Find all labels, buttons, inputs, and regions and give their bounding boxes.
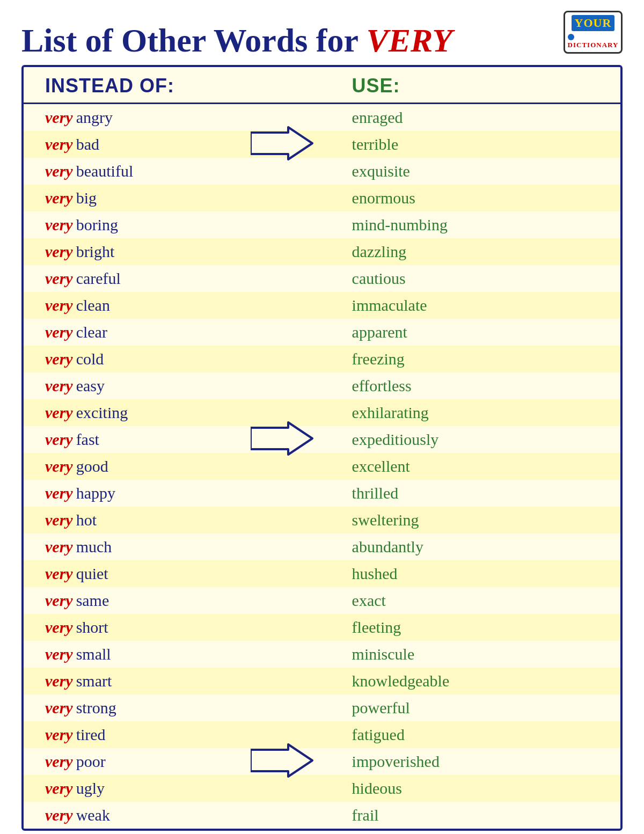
arrow-icon <box>251 420 315 459</box>
page-title: List of Other Words for VERY <box>21 21 452 60</box>
very-label: very <box>45 672 73 690</box>
table-row: very cleanimmaculate <box>24 292 620 319</box>
use-cell: exquisite <box>352 158 620 185</box>
adjective-label: fast <box>76 430 99 449</box>
very-label: very <box>45 135 73 153</box>
very-label: very <box>45 645 73 663</box>
table-row: very hotsweltering <box>24 507 620 533</box>
use-cell: excellent <box>352 453 620 480</box>
very-label: very <box>45 189 73 207</box>
adjective-label: tired <box>76 726 106 744</box>
instead-cell: very clean <box>24 292 352 319</box>
very-label: very <box>45 484 73 502</box>
table-row: very weakfrail <box>24 802 620 829</box>
use-cell: enraged <box>352 104 620 131</box>
instead-cell: very boring <box>24 211 352 238</box>
very-label: very <box>45 323 73 341</box>
instead-cell: very smart <box>24 668 352 694</box>
use-cell: exact <box>352 587 620 614</box>
instead-cell: very quiet <box>24 560 352 587</box>
adjective-label: bright <box>76 243 115 261</box>
use-cell: fleeting <box>352 614 620 641</box>
header-use: USE: <box>352 75 620 97</box>
table-row: very poor impoverished <box>24 748 620 775</box>
table-row: very smallminiscule <box>24 641 620 668</box>
use-cell: sweltering <box>352 507 620 533</box>
arrow-icon <box>251 742 315 781</box>
instead-cell: very hot <box>24 507 352 533</box>
very-label: very <box>45 296 73 314</box>
use-cell: dazzling <box>352 238 620 265</box>
adjective-label: poor <box>76 752 106 771</box>
instead-cell: very happy <box>24 480 352 507</box>
table-row: very quiethushed <box>24 560 620 587</box>
instead-cell: very bright <box>24 238 352 265</box>
use-cell: hushed <box>352 560 620 587</box>
very-label: very <box>45 538 73 556</box>
use-cell: effortless <box>352 372 620 399</box>
table-row: very sameexact <box>24 587 620 614</box>
rows-container: very angryenragedvery bad terriblevery b… <box>24 104 620 829</box>
logo: YOUR DICTIONARY <box>564 11 623 54</box>
svg-marker-1 <box>251 422 312 455</box>
adjective-label: cold <box>76 350 104 368</box>
svg-marker-0 <box>251 127 312 159</box>
instead-cell: very short <box>24 614 352 641</box>
adjective-label: happy <box>76 484 115 502</box>
table-row: very angryenraged <box>24 104 620 131</box>
instead-cell: very cold <box>24 346 352 372</box>
table-row: very happythrilled <box>24 480 620 507</box>
adjective-label: quiet <box>76 565 108 583</box>
very-label: very <box>45 699 73 717</box>
use-cell: fatigued <box>352 721 620 748</box>
use-cell: expeditiously <box>352 426 620 453</box>
instead-cell: very clear <box>24 319 352 346</box>
adjective-label: strong <box>76 699 116 717</box>
adjective-label: boring <box>76 216 118 234</box>
table-row: very bigenormous <box>24 185 620 211</box>
very-label: very <box>45 565 73 583</box>
very-label: very <box>45 430 73 449</box>
table-row: very excitingexhilarating <box>24 399 620 426</box>
use-cell: frail <box>352 802 620 829</box>
instead-cell: very strong <box>24 694 352 721</box>
use-cell: mind-numbing <box>352 211 620 238</box>
table-row: very uglyhideous <box>24 775 620 802</box>
adjective-label: careful <box>76 269 121 288</box>
table-row: very bad terrible <box>24 131 620 158</box>
adjective-label: angry <box>76 108 113 127</box>
adjective-label: good <box>76 457 108 475</box>
very-label: very <box>45 350 73 368</box>
logo-your: YOUR <box>572 15 615 31</box>
header-instead: INSTEAD OF: <box>24 75 352 97</box>
header-area: List of Other Words for VERY YOUR DICTIO… <box>21 11 623 60</box>
title-highlight: VERY <box>366 22 452 58</box>
main-table: INSTEAD OF: USE: very angryenragedvery b… <box>21 65 623 831</box>
very-label: very <box>45 779 73 798</box>
adjective-label: beautiful <box>76 162 134 180</box>
instead-cell: very small <box>24 641 352 668</box>
table-row: very boringmind-numbing <box>24 211 620 238</box>
use-cell: thrilled <box>352 480 620 507</box>
adjective-label: weak <box>76 806 110 824</box>
very-label: very <box>45 618 73 637</box>
use-cell: miniscule <box>352 641 620 668</box>
instead-cell: very easy <box>24 372 352 399</box>
use-cell: terrible <box>352 131 620 158</box>
instead-cell: very same <box>24 587 352 614</box>
use-cell: apparent <box>352 319 620 346</box>
table-row: very shortfleeting <box>24 614 620 641</box>
adjective-label: bad <box>76 135 99 153</box>
table-row: very tiredfatigued <box>24 721 620 748</box>
logo-dot-icon <box>568 34 574 40</box>
table-row: very clearapparent <box>24 319 620 346</box>
use-cell: exhilarating <box>352 399 620 426</box>
adjective-label: hot <box>76 511 97 529</box>
svg-marker-2 <box>251 744 312 777</box>
title-prefix: List of Other Words for <box>21 22 366 58</box>
use-cell: enormous <box>352 185 620 211</box>
table-row: very carefulcautious <box>24 265 620 292</box>
very-label: very <box>45 162 73 180</box>
use-cell: impoverished <box>352 748 620 775</box>
very-label: very <box>45 591 73 610</box>
